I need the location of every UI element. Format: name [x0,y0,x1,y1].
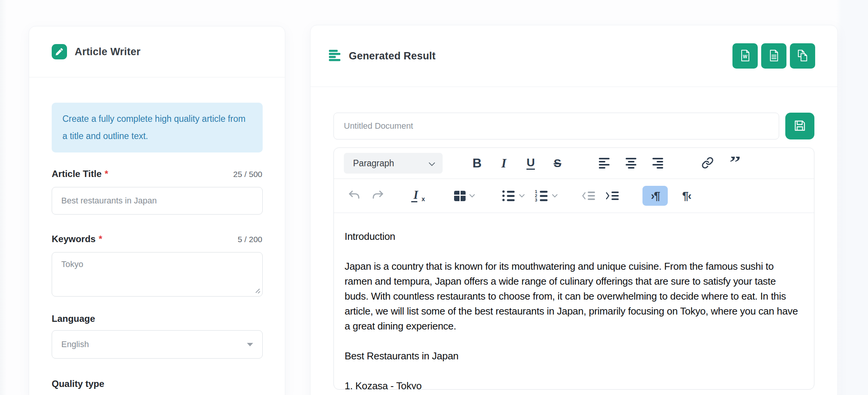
document-title-input[interactable] [333,113,779,139]
paragraph-rtl-icon: ¶‹ [682,189,691,202]
paragraph-rtl-button[interactable]: ¶‹ [674,186,699,206]
keywords-counter: 5 / 200 [238,235,262,244]
required-marker: * [99,234,102,244]
rich-text-editor: Paragraph B I U S [333,148,814,390]
article-title-label: Article Title* [52,169,108,179]
svg-text:W: W [743,54,747,59]
required-marker: * [105,169,108,179]
outdent-icon [582,192,595,200]
align-left-icon [599,158,610,169]
editor-content[interactable]: Introduction Japan is a country that is … [334,213,814,390]
paragraph: Japan is a country that is known for its… [345,259,800,334]
save-button[interactable] [785,113,814,139]
table-icon [454,191,466,201]
editor-toolbar-row2: I x [334,179,814,213]
undo-icon [348,189,361,203]
numbered-list-button[interactable]: 1 2 3 [535,185,557,207]
save-icon [793,119,807,134]
italic-icon: I [502,156,507,170]
page: Article Writer Create a fully complete h… [0,0,868,395]
word-file-icon: W [739,49,752,63]
chevron-down-icon [247,343,253,346]
copy-icon [796,49,809,63]
export-button-group: W [732,43,815,69]
resize-handle[interactable] [255,288,260,293]
article-writer-header: Article Writer [29,26,285,77]
language-selected-value: English [61,339,89,349]
align-right-button[interactable] [647,152,669,174]
strikethrough-button[interactable]: S [547,152,568,174]
underline-icon: U [526,157,535,170]
redo-icon [371,189,384,203]
chevron-down-icon [429,158,435,169]
link-icon [701,157,714,170]
indent-icon [606,192,619,200]
pencil-icon [52,44,67,59]
bullet-list-icon [502,190,515,202]
text-lines-icon [329,49,342,63]
text-file-icon [767,49,780,63]
underline-button[interactable]: U [520,152,541,174]
generated-result-header: Generated Result W [311,25,837,87]
panel-title: Generated Result [349,50,436,62]
strikethrough-icon: S [554,157,561,170]
blockquote-icon: ” [730,157,741,170]
insert-table-button[interactable] [454,185,475,207]
export-word-button[interactable]: W [732,43,758,69]
article-writer-panel: Article Writer Create a fully complete h… [29,26,285,395]
editor-toolbar-row1: Paragraph B I U S [334,148,814,179]
bullet-list-button[interactable] [502,185,525,207]
clear-formatting-icon: I x [411,188,425,203]
align-right-icon [652,158,663,169]
numbered-list-icon: 1 2 3 [535,190,548,202]
outdent-button[interactable] [582,185,595,207]
article-title-counter: 25 / 500 [233,170,262,179]
article-title-input[interactable] [52,187,263,215]
paragraph: 1. Kozasa - Tokyo [345,379,800,390]
language-label: Language [52,313,95,324]
paragraph-style-dropdown[interactable]: Paragraph [344,153,443,174]
undo-button[interactable] [348,185,361,207]
indent-button[interactable] [606,185,619,207]
align-center-icon [626,158,636,169]
tool-description: Create a fully complete high quality art… [52,103,263,152]
italic-button[interactable]: I [493,152,515,174]
chevron-down-icon [469,193,475,199]
align-center-button[interactable] [620,152,642,174]
copy-button[interactable] [790,43,815,69]
bold-button[interactable]: B [466,152,488,174]
align-left-button[interactable] [593,152,615,174]
paragraph-ltr-button[interactable]: ›¶ [642,186,668,206]
paragraph: Best Restaurants in Japan [345,349,800,364]
language-select[interactable]: English [52,330,263,359]
panel-title: Article Writer [75,46,141,58]
export-text-button[interactable] [761,43,786,69]
redo-button[interactable] [371,185,384,207]
chevron-down-icon [519,193,525,199]
quality-type-label: Quality type [52,379,104,389]
bold-icon: B [472,156,482,170]
clear-formatting-button[interactable]: I x [411,185,425,207]
paragraph-ltr-icon: ›¶ [651,189,660,202]
chevron-down-icon [552,193,557,199]
blockquote-button[interactable]: ” [724,152,746,174]
paragraph: Introduction [345,229,800,244]
generated-result-panel: Generated Result W [310,25,838,395]
link-button[interactable] [697,152,718,174]
keywords-input[interactable]: Tokyo [52,252,263,297]
keywords-label: Keywords* [52,234,102,244]
